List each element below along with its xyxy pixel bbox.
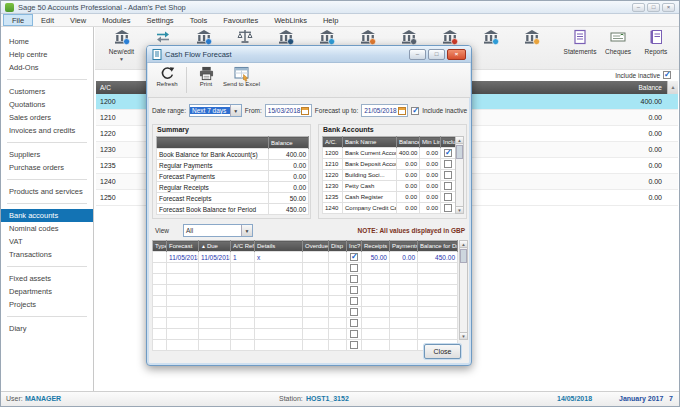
date-range-select[interactable]: Next 7 days ▼ — [189, 104, 242, 117]
include-checkbox[interactable] — [350, 330, 358, 338]
dropdown-caret-icon[interactable]: ▼ — [101, 56, 142, 62]
bank-table-scrollbar[interactable]: ▲ ▼ — [455, 136, 464, 214]
include-checkbox[interactable] — [444, 149, 452, 157]
sidebar-item-vat[interactable]: VAT — [1, 235, 93, 248]
include-checkbox[interactable] — [444, 193, 452, 201]
include-inactive-checkbox[interactable] — [663, 71, 671, 79]
forecast-empty-row[interactable] — [153, 274, 458, 285]
include-checkbox[interactable] — [350, 264, 358, 272]
scrollbar-thumb[interactable] — [456, 145, 463, 159]
forecast-empty-row[interactable] — [153, 263, 458, 274]
dialog-toolbar-print-button[interactable]: Print — [191, 65, 221, 95]
include-checkbox[interactable] — [444, 160, 452, 168]
include-checkbox[interactable] — [350, 308, 358, 316]
sidebar-item-projects[interactable]: Projects — [1, 298, 93, 311]
menu-item-favourites[interactable]: Favourites — [215, 14, 266, 26]
bank-account-row[interactable]: 1220Building Soci...0.000.00 — [323, 170, 456, 181]
include-checkbox[interactable] — [350, 275, 358, 283]
calendar-icon[interactable] — [301, 107, 309, 115]
bank-col-balance[interactable]: Balance — [397, 137, 420, 148]
sidebar-item-customers[interactable]: Customers — [1, 85, 93, 98]
calendar-icon[interactable] — [398, 107, 406, 115]
account-code-column-header[interactable]: A/C — [100, 84, 111, 91]
from-date-field[interactable]: 15/03/2018 — [265, 104, 312, 117]
sidebar-item-transactions[interactable]: Transactions — [1, 248, 93, 261]
toolbar-button-cheques[interactable]: Cheques — [599, 29, 637, 55]
close-icon[interactable]: × — [662, 3, 675, 12]
forecast-empty-row[interactable] — [153, 329, 458, 340]
forecast-empty-row[interactable] — [153, 340, 458, 351]
menu-item-help[interactable]: Help — [315, 14, 346, 26]
chevron-down-icon[interactable]: ▼ — [241, 225, 252, 236]
menu-item-settings[interactable]: Settings — [139, 14, 182, 26]
include-checkbox[interactable] — [350, 253, 358, 261]
toolbar-button-reports[interactable]: Reports — [637, 29, 675, 55]
bank-account-row[interactable]: 1235Cash Register0.000.00 — [323, 192, 456, 203]
forecast-empty-row[interactable] — [153, 318, 458, 329]
menu-item-modules[interactable]: Modules — [94, 14, 138, 26]
sidebar-item-diary[interactable]: Diary — [1, 322, 93, 335]
dialog-title-bar[interactable]: Cash Flow Forecast – □ × — [147, 46, 471, 63]
sidebar-item-fixed-assets[interactable]: Fixed assets — [1, 272, 93, 285]
dialog-close-icon[interactable]: × — [447, 49, 466, 60]
toolbar-button-bank-tool-11[interactable] — [511, 29, 552, 62]
forecast-up-to-field[interactable]: 21/05/2018 — [361, 104, 408, 117]
forecast-col-details[interactable]: Details — [255, 241, 303, 252]
include-checkbox[interactable] — [350, 286, 358, 294]
scrollbar-down-icon[interactable]: ▼ — [456, 206, 463, 213]
sidebar-item-purchase-orders[interactable]: Purchase orders — [1, 161, 93, 174]
scrollbar-thumb[interactable] — [460, 249, 467, 263]
forecast-col-overdue[interactable]: Overdue — [303, 241, 329, 252]
sidebar-item-home[interactable]: Home — [1, 35, 93, 48]
menu-item-tools[interactable]: Tools — [182, 14, 216, 26]
forecast-col-due[interactable]: ▲Due — [199, 241, 231, 252]
toolbar-button-bank-tool-10[interactable] — [470, 29, 511, 62]
toolbar-button-statements[interactable]: Statements — [561, 29, 599, 55]
bank-col-bank-name[interactable]: Bank Name — [343, 137, 397, 148]
toolbar-button-new-edit[interactable]: New/edit▼ — [101, 29, 142, 62]
menu-item-weblinks[interactable]: WebLinks — [266, 14, 315, 26]
sidebar-item-invoices-and-credits[interactable]: Invoices and credits — [1, 124, 93, 137]
bank-col-include[interactable]: Include? — [441, 137, 456, 148]
forecast-row[interactable]: 11/05/201811/05/20181x50.000.00450.00 — [153, 252, 458, 263]
view-select[interactable]: All ▼ — [183, 224, 253, 237]
forecast-col-payments[interactable]: Payments — [390, 241, 418, 252]
include-checkbox[interactable] — [444, 182, 452, 190]
sidebar-item-add-ons[interactable]: Add-Ons — [1, 61, 93, 74]
forecast-col-disp[interactable]: Disp — [329, 241, 347, 252]
dialog-include-inactive-checkbox[interactable] — [411, 107, 419, 115]
scrollbar-down-icon[interactable]: ▼ — [460, 332, 467, 339]
dialog-minimize-icon[interactable]: – — [409, 49, 426, 60]
scrollbar-up-icon[interactable]: ▲ — [460, 241, 467, 248]
bank-account-row[interactable]: 1230Petty Cash0.000.00 — [323, 181, 456, 192]
forecast-empty-row[interactable] — [153, 307, 458, 318]
menu-item-edit[interactable]: Edit — [33, 14, 62, 26]
balance-column-header[interactable]: Balance — [639, 84, 663, 91]
bank-account-row[interactable]: 1200Bank Current Account400.000.00 — [323, 148, 456, 159]
scrollbar-up-icon[interactable]: ▲ — [667, 81, 678, 94]
sidebar-item-help-centre[interactable]: Help centre — [1, 48, 93, 61]
sidebar-item-sales-orders[interactable]: Sales orders — [1, 111, 93, 124]
forecast-col-receipts[interactable]: Receipts — [362, 241, 390, 252]
sidebar-item-bank-accounts[interactable]: Bank accounts — [1, 209, 93, 222]
forecast-empty-row[interactable] — [153, 285, 458, 296]
sidebar-item-suppliers[interactable]: Suppliers — [1, 148, 93, 161]
scrollbar-up-icon[interactable]: ▲ — [456, 137, 463, 144]
include-checkbox[interactable] — [444, 171, 452, 179]
sidebar-item-nominal-codes[interactable]: Nominal codes — [1, 222, 93, 235]
bank-account-row[interactable]: 1210Bank Deposit Account0.000.00 — [323, 159, 456, 170]
dialog-toolbar-send-to-excel-button[interactable]: Send to Excel — [221, 65, 262, 95]
chevron-down-icon[interactable]: ▼ — [230, 105, 241, 116]
forecast-col-balance-for-day[interactable]: Balance for Day — [418, 241, 458, 252]
forecast-col-inc[interactable]: Inc? — [347, 241, 362, 252]
menu-item-file[interactable]: File — [3, 14, 33, 26]
bank-col-min-limit[interactable]: Min Limit — [420, 137, 441, 148]
maximize-icon[interactable]: □ — [647, 3, 660, 12]
sidebar-item-departments[interactable]: Departments — [1, 285, 93, 298]
forecast-col-type[interactable]: Type — [153, 241, 167, 252]
dialog-toolbar-refresh-button[interactable]: Refresh — [152, 65, 182, 95]
minimize-icon[interactable]: – — [632, 3, 645, 12]
include-checkbox[interactable] — [444, 204, 452, 212]
forecast-table-scrollbar[interactable]: ▲ ▼ — [459, 240, 468, 340]
include-checkbox[interactable] — [350, 319, 358, 327]
